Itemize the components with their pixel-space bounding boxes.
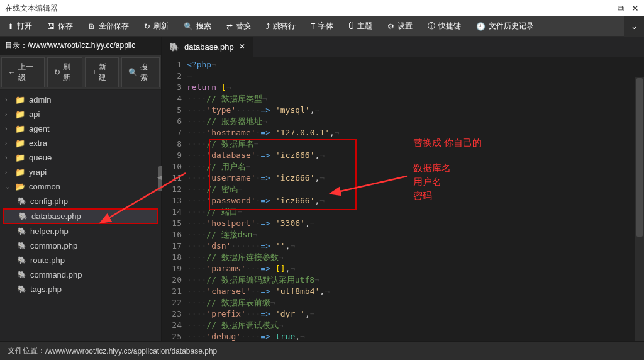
folder-icon: 📁 xyxy=(15,138,25,148)
php-icon: 🐘 xyxy=(18,242,26,250)
php-icon: 🐘 xyxy=(18,271,26,279)
replace-button[interactable]: ⇄替换 xyxy=(219,16,258,36)
chevron-right-icon: › xyxy=(5,96,11,103)
upload-icon: ⬆ xyxy=(8,22,14,31)
tree-file[interactable]: 🐘config.php xyxy=(0,194,161,208)
save-button[interactable]: 🖫保存 xyxy=(40,16,80,36)
sidebar-search-button[interactable]: 🔍搜索 xyxy=(121,57,160,87)
theme-button[interactable]: Ü主题 xyxy=(341,16,380,36)
tree-folder[interactable]: ›📁extra xyxy=(0,136,161,150)
settings-button[interactable]: ⚙设置 xyxy=(380,16,420,36)
minimize-icon[interactable]: — xyxy=(601,3,610,14)
sidebar-toolbar: ←上一级 ↻刷新 +新建 🔍搜索 xyxy=(0,55,161,90)
editor-tabs: 🐘 database.php ✕ xyxy=(162,37,644,57)
folder-icon: 📁 xyxy=(15,95,25,104)
tree-file[interactable]: 🐘tags.php xyxy=(0,282,161,296)
tree-file-selected[interactable]: 🐘database.php xyxy=(3,208,158,224)
open-button[interactable]: ⬆打开 xyxy=(0,16,40,36)
tree-file[interactable]: 🐘helper.php xyxy=(0,224,161,239)
chevron-right-icon: › xyxy=(5,125,11,132)
tab-database-php[interactable]: 🐘 database.php ✕ xyxy=(162,37,253,57)
path-bar: 目录：/www/wwwroot/icz.hiyy.cc/applic xyxy=(0,37,161,55)
new-button[interactable]: +新建 xyxy=(85,57,119,87)
window-title: 在线文本编辑器 xyxy=(5,3,58,14)
php-icon: 🐘 xyxy=(169,42,179,52)
chevron-right-icon: › xyxy=(5,169,11,176)
refresh-icon: ↻ xyxy=(144,22,150,31)
refresh-icon: ↻ xyxy=(54,68,60,77)
scrollbar-thumb[interactable] xyxy=(636,78,643,237)
tree-folder[interactable]: ⌄📂common xyxy=(0,179,161,194)
php-icon: 🐘 xyxy=(19,212,28,220)
save-all-button[interactable]: 🗎全部保存 xyxy=(80,16,136,36)
editor-area: 🐘 database.php ✕ 12345678910111213141516… xyxy=(162,37,644,341)
main-toolbar: ⬆打开 🖫保存 🗎全部保存 ↻刷新 🔍搜索 ⇄替换 ⤴跳转行 T字体 Ü主题 ⚙… xyxy=(0,16,644,37)
tree-file[interactable]: 🐘route.php xyxy=(0,253,161,267)
file-path: /www/wwwroot/icz.hiyy.cc/application/dat… xyxy=(45,347,217,356)
maximize-icon[interactable]: ⧉ xyxy=(618,3,624,14)
goto-button[interactable]: ⤴跳转行 xyxy=(258,16,303,36)
current-path: /www/wwwroot/icz.hiyy.cc/applic xyxy=(28,41,135,50)
tab-close-icon[interactable]: ✕ xyxy=(239,42,245,51)
sidebar-refresh-button[interactable]: ↻刷新 xyxy=(47,57,82,87)
chevron-right-icon: › xyxy=(5,111,11,118)
folder-icon: 📁 xyxy=(15,124,25,133)
history-button[interactable]: 🕘文件历史记录 xyxy=(469,16,541,36)
shortcuts-button[interactable]: ⓘ快捷键 xyxy=(420,16,469,36)
php-icon: 🐘 xyxy=(18,256,26,264)
tree-file[interactable]: 🐘common.php xyxy=(0,239,161,253)
code-editor[interactable]: 1234567891011121314151617181920212223242… xyxy=(162,57,644,341)
close-icon[interactable]: ✕ xyxy=(631,3,639,14)
replace-icon: ⇄ xyxy=(226,22,233,31)
sidebar: 目录：/www/wwwroot/icz.hiyy.cc/applic ←上一级 … xyxy=(0,37,162,341)
gear-icon: ⚙ xyxy=(387,22,394,31)
save-icon: 🖫 xyxy=(47,22,55,31)
refresh-button[interactable]: ↻刷新 xyxy=(136,16,176,36)
search-icon: 🔍 xyxy=(128,68,138,77)
tree-folder[interactable]: ›📁agent xyxy=(0,121,161,136)
php-icon: 🐘 xyxy=(18,285,26,293)
folder-open-icon: 📂 xyxy=(15,182,25,191)
up-button[interactable]: ←上一级 xyxy=(1,57,45,87)
chevron-right-icon: › xyxy=(5,140,11,147)
search-button[interactable]: 🔍搜索 xyxy=(176,16,219,36)
search-icon: 🔍 xyxy=(184,22,193,31)
keyboard-icon: ⓘ xyxy=(428,21,435,31)
theme-icon: Ü xyxy=(348,22,354,31)
file-tree: ›📁admin ›📁api ›📁agent ›📁extra ›📁queue ›📁… xyxy=(0,90,161,341)
goto-icon: ⤴ xyxy=(266,22,270,31)
clock-icon: 🕘 xyxy=(476,22,486,31)
code-content[interactable]: <?php¬¬return [¬····// 数据库类型¬····'type'·… xyxy=(187,57,644,341)
folder-icon: 📁 xyxy=(15,153,25,162)
statusbar: 文件位置：/www/wwwroot/icz.hiyy.cc/applicatio… xyxy=(0,341,644,360)
folder-icon: 📁 xyxy=(15,110,25,119)
chevron-right-icon: › xyxy=(5,154,11,161)
window-controls: — ⧉ ✕ xyxy=(601,3,639,14)
font-icon: T xyxy=(311,22,315,31)
titlebar: 在线文本编辑器 — ⧉ ✕ xyxy=(0,0,644,16)
vertical-scrollbar[interactable] xyxy=(635,77,644,341)
toolbar-collapse[interactable]: ⌄ xyxy=(624,16,644,37)
save-all-icon: 🗎 xyxy=(88,22,96,31)
php-icon: 🐘 xyxy=(18,197,26,205)
tree-folder[interactable]: ›📁admin xyxy=(0,93,161,107)
tree-folder[interactable]: ›📁yrapi xyxy=(0,165,161,179)
arrow-up-icon: ← xyxy=(8,68,16,77)
tree-folder[interactable]: ›📁queue xyxy=(0,150,161,165)
font-button[interactable]: T字体 xyxy=(303,16,341,36)
php-icon: 🐘 xyxy=(18,227,26,235)
plus-icon: + xyxy=(92,68,96,77)
folder-icon: 📁 xyxy=(15,167,25,177)
tree-file[interactable]: 🐘command.php xyxy=(0,267,161,282)
gutter: 1234567891011121314151617181920212223242… xyxy=(162,57,187,341)
chevron-down-icon: ⌄ xyxy=(5,183,11,190)
tree-folder[interactable]: ›📁api xyxy=(0,107,161,121)
